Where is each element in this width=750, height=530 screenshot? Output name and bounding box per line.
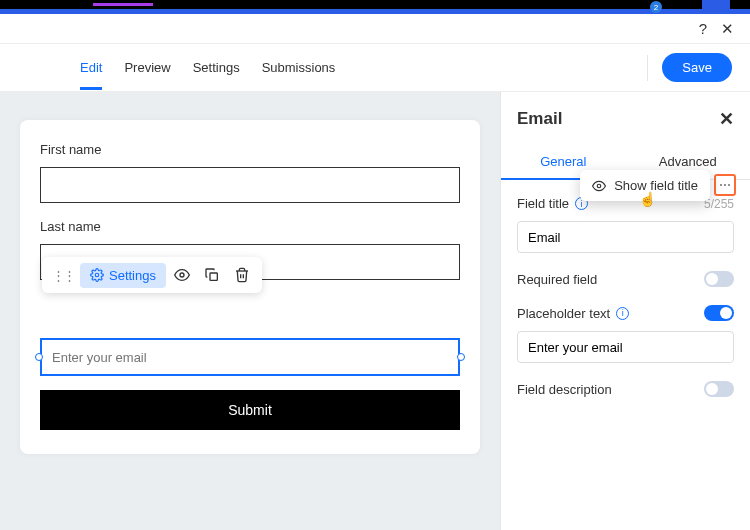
tab-settings[interactable]: Settings xyxy=(193,46,240,89)
toolbar-divider xyxy=(647,55,648,81)
blue-bar xyxy=(0,9,750,14)
email-input[interactable] xyxy=(40,338,460,376)
description-row: Field description xyxy=(517,381,734,397)
svg-rect-2 xyxy=(210,273,217,280)
toolbar: Edit Preview Settings Submissions Save xyxy=(0,44,750,92)
header-bar: ? ✕ xyxy=(0,14,750,44)
field-title-label: Field title i xyxy=(517,196,588,211)
resize-handle-left[interactable] xyxy=(35,353,43,361)
sidebar-header: Email ✕ xyxy=(501,108,750,144)
sidebar-title: Email xyxy=(517,109,562,129)
app-topbar: 2 xyxy=(0,0,750,14)
close-icon[interactable]: ✕ xyxy=(721,20,734,38)
svg-point-1 xyxy=(180,273,184,277)
field-first-name: First name xyxy=(40,142,460,203)
widget-settings-button[interactable]: Settings xyxy=(80,263,166,288)
gear-icon xyxy=(90,268,104,282)
notification-badge[interactable]: 2 xyxy=(650,1,662,13)
placeholder-row: Placeholder text i xyxy=(517,305,734,321)
eye-icon xyxy=(174,267,190,283)
first-name-label: First name xyxy=(40,142,460,157)
drag-handle-icon[interactable]: ⋮⋮ xyxy=(48,268,78,283)
toolbar-tabs: Edit Preview Settings Submissions xyxy=(80,46,335,89)
duplicate-button[interactable] xyxy=(198,261,226,289)
svg-point-3 xyxy=(597,184,601,188)
first-name-input[interactable] xyxy=(40,167,460,203)
trash-icon xyxy=(234,267,250,283)
placeholder-toggle[interactable] xyxy=(704,305,734,321)
placeholder-label: Placeholder text i xyxy=(517,306,629,321)
copy-icon xyxy=(204,267,220,283)
preview-button[interactable] xyxy=(168,261,196,289)
description-label: Field description xyxy=(517,382,612,397)
svg-point-0 xyxy=(95,273,99,277)
info-icon[interactable]: i xyxy=(616,307,629,320)
field-title-input[interactable] xyxy=(517,221,734,253)
save-button[interactable]: Save xyxy=(662,53,732,82)
show-field-title-popover[interactable]: Show field title xyxy=(580,170,710,201)
tab-preview[interactable]: Preview xyxy=(124,46,170,89)
submit-button[interactable]: Submit xyxy=(40,390,460,430)
field-widget-bar: ⋮⋮ Settings xyxy=(42,257,262,293)
form-canvas[interactable]: First name Last name ⋮⋮ Settings xyxy=(0,92,500,530)
placeholder-input[interactable] xyxy=(517,331,734,363)
resize-handle-right[interactable] xyxy=(457,353,465,361)
accent-bar xyxy=(93,3,153,6)
tab-edit[interactable]: Edit xyxy=(80,46,102,89)
field-email[interactable] xyxy=(40,338,460,376)
required-toggle[interactable] xyxy=(704,271,734,287)
more-options-button[interactable]: ⋯ xyxy=(714,174,736,196)
required-row: Required field xyxy=(517,271,734,287)
description-toggle[interactable] xyxy=(704,381,734,397)
eye-icon xyxy=(592,179,606,193)
properties-sidebar: Email ✕ General Advanced Field title i 5… xyxy=(500,92,750,530)
sidebar-close-icon[interactable]: ✕ xyxy=(719,108,734,130)
popover-label: Show field title xyxy=(614,178,698,193)
sidebar-body: Field title i 5/255 Required field Place… xyxy=(501,180,750,423)
tab-submissions[interactable]: Submissions xyxy=(262,46,336,89)
topbar-right-block xyxy=(702,0,730,14)
delete-button[interactable] xyxy=(228,261,256,289)
main-area: First name Last name ⋮⋮ Settings xyxy=(0,92,750,530)
widget-settings-label: Settings xyxy=(109,268,156,283)
required-label: Required field xyxy=(517,272,597,287)
last-name-label: Last name xyxy=(40,219,460,234)
help-icon[interactable]: ? xyxy=(699,20,707,37)
form-card: First name Last name ⋮⋮ Settings xyxy=(20,120,480,454)
